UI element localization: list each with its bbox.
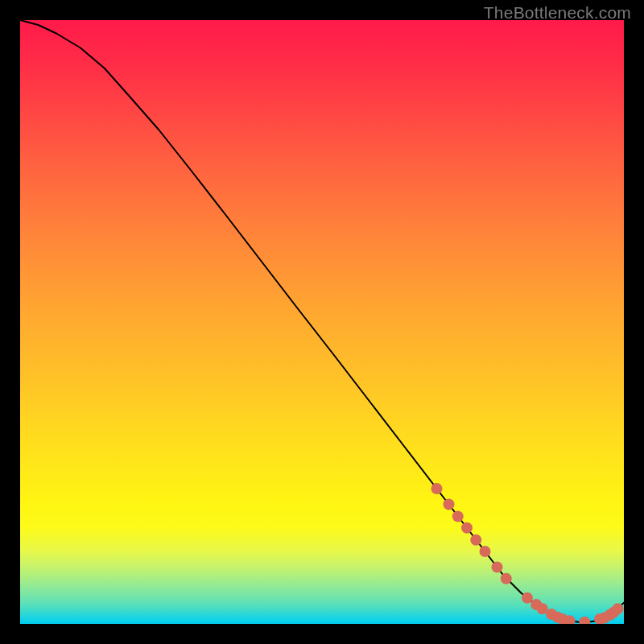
data-marker (522, 592, 533, 604)
data-marker (431, 483, 443, 494)
chart-plot-area (20, 20, 624, 624)
watermark-text: TheBottleneck.com (484, 3, 631, 23)
chart-svg (20, 20, 624, 624)
data-marker (452, 511, 464, 522)
data-marker (480, 546, 491, 557)
data-marker (461, 522, 473, 534)
data-marker (492, 562, 503, 573)
data-marker (613, 603, 624, 614)
data-marker (444, 499, 455, 510)
marker-group (431, 483, 624, 624)
data-marker (501, 573, 512, 584)
data-marker (470, 535, 481, 546)
bottleneck-curve-line (20, 20, 624, 622)
data-marker (579, 617, 590, 624)
